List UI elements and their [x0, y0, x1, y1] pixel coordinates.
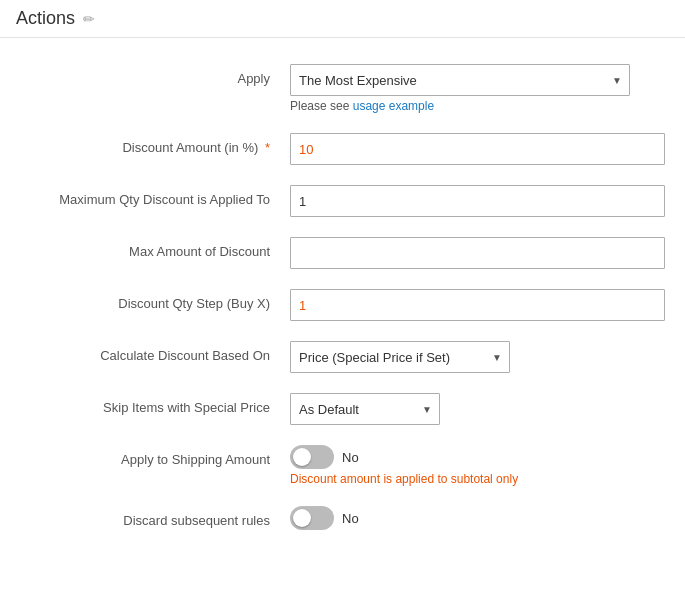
- form-row-calculate-discount: Calculate Discount Based On Price (Speci…: [0, 331, 685, 383]
- apply-select[interactable]: The Most Expensive The Least Expensive F…: [290, 64, 630, 96]
- field-calculate-discount: Price (Special Price if Set) Original Pr…: [290, 341, 685, 373]
- form-row-apply-shipping: Apply to Shipping Amount No Discount amo…: [0, 435, 685, 496]
- calculate-discount-select[interactable]: Price (Special Price if Set) Original Pr…: [290, 341, 510, 373]
- discard-rules-toggle[interactable]: [290, 506, 334, 530]
- field-discount-qty-step: [290, 289, 685, 321]
- form-row-max-amount: Max Amount of Discount: [0, 227, 685, 279]
- form-row-apply: Apply The Most Expensive The Least Expen…: [0, 54, 685, 123]
- form-row-discount-amount: Discount Amount (in %) *: [0, 123, 685, 175]
- usage-example-link[interactable]: usage example: [353, 99, 434, 113]
- label-apply: Apply: [0, 64, 290, 88]
- form-row-discard-rules: Discard subsequent rules No: [0, 496, 685, 540]
- max-amount-input[interactable]: [290, 237, 665, 269]
- section-header: Actions ✏: [0, 0, 685, 38]
- label-skip-items: Skip Items with Special Price: [0, 393, 290, 417]
- field-apply: The Most Expensive The Least Expensive F…: [290, 64, 685, 113]
- skip-items-select-wrapper: As Default Yes No ▼: [290, 393, 440, 425]
- form-row-max-qty: Maximum Qty Discount is Applied To: [0, 175, 685, 227]
- field-discard-rules: No: [290, 506, 685, 530]
- discount-qty-step-input[interactable]: [290, 289, 665, 321]
- apply-shipping-note: Discount amount is applied to subtotal o…: [290, 472, 665, 486]
- form-row-skip-items: Skip Items with Special Price As Default…: [0, 383, 685, 435]
- required-indicator: *: [265, 140, 270, 155]
- label-discount-qty-step: Discount Qty Step (Buy X): [0, 289, 290, 313]
- field-max-amount: [290, 237, 685, 269]
- max-qty-input[interactable]: [290, 185, 665, 217]
- skip-items-select[interactable]: As Default Yes No: [290, 393, 440, 425]
- label-calculate-discount: Calculate Discount Based On: [0, 341, 290, 365]
- edit-icon[interactable]: ✏: [83, 11, 95, 27]
- page-wrapper: Actions ✏ Apply The Most Expensive The L…: [0, 0, 685, 556]
- apply-select-wrapper: The Most Expensive The Least Expensive F…: [290, 64, 630, 96]
- section-title: Actions: [16, 8, 75, 29]
- form-row-discount-qty-step: Discount Qty Step (Buy X): [0, 279, 685, 331]
- apply-shipping-toggle-wrapper: No: [290, 445, 665, 469]
- form-body: Apply The Most Expensive The Least Expen…: [0, 38, 685, 556]
- toggle-thumb-discard: [293, 509, 311, 527]
- apply-shipping-toggle[interactable]: [290, 445, 334, 469]
- discount-amount-input[interactable]: [290, 133, 665, 165]
- label-discount-amount: Discount Amount (in %) *: [0, 133, 290, 157]
- discard-rules-toggle-wrapper: No: [290, 506, 665, 530]
- label-apply-shipping: Apply to Shipping Amount: [0, 445, 290, 469]
- toggle-thumb: [293, 448, 311, 466]
- label-max-amount: Max Amount of Discount: [0, 237, 290, 261]
- usage-note: Please see usage example: [290, 99, 665, 113]
- label-discard-rules: Discard subsequent rules: [0, 506, 290, 530]
- field-max-qty: [290, 185, 685, 217]
- calculate-discount-select-wrapper: Price (Special Price if Set) Original Pr…: [290, 341, 510, 373]
- field-apply-shipping: No Discount amount is applied to subtota…: [290, 445, 685, 486]
- label-max-qty: Maximum Qty Discount is Applied To: [0, 185, 290, 209]
- field-discount-amount: [290, 133, 685, 165]
- apply-shipping-toggle-label: No: [342, 450, 359, 465]
- field-skip-items: As Default Yes No ▼: [290, 393, 685, 425]
- discard-rules-toggle-label: No: [342, 511, 359, 526]
